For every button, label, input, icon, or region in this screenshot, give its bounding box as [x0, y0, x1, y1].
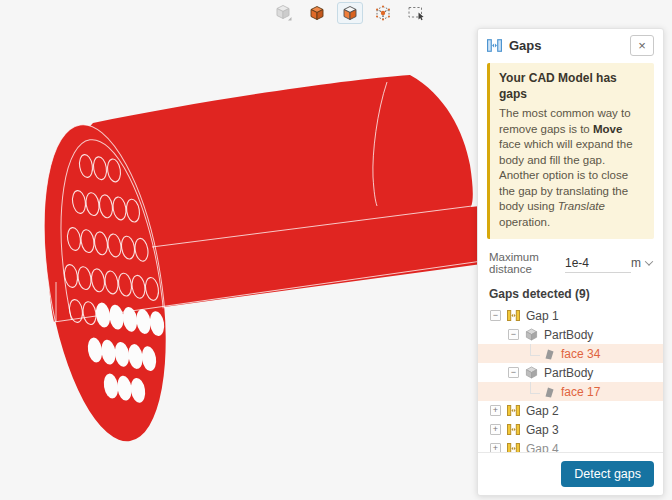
max-distance-label: Maximum distance	[489, 251, 552, 275]
tree-item-label: PartBody	[544, 366, 593, 380]
tree-row-partbody[interactable]: − PartBody	[478, 325, 663, 344]
gaps-tree: − Gap 1− PartBody face 34− PartBody face…	[478, 306, 663, 452]
warning-text-segment: Move	[593, 123, 622, 135]
tree-row-face-17[interactable]: face 17	[478, 382, 663, 401]
expand-icon[interactable]: +	[490, 424, 501, 435]
warning-title: Your CAD Model has gaps	[499, 71, 645, 102]
tree-item-label: face 17	[561, 385, 600, 399]
max-distance-input[interactable]	[565, 254, 631, 273]
warning-box: Your CAD Model has gaps The most common …	[487, 63, 654, 239]
tree-item-label: Gap 2	[526, 404, 559, 418]
expand-icon[interactable]: +	[490, 405, 501, 416]
body-icon	[525, 328, 538, 341]
warning-body: The most common way to remove gaps is to…	[499, 106, 645, 230]
gap-icon	[507, 443, 520, 452]
collapse-icon[interactable]: −	[508, 329, 519, 340]
detect-gaps-button[interactable]: Detect gaps	[561, 461, 654, 487]
tree-connector	[530, 344, 540, 356]
view-toolbar	[271, 2, 429, 24]
chevron-down-icon	[645, 257, 653, 265]
tree-item-label: Gap 1	[526, 309, 559, 323]
tree-row-gap-3[interactable]: + Gap 3	[478, 420, 663, 439]
tree-row-partbody[interactable]: − PartBody	[478, 363, 663, 382]
body-icon	[525, 366, 538, 379]
box-select-icon[interactable]	[403, 2, 429, 24]
expand-icon[interactable]: +	[490, 443, 501, 452]
gaps-panel-header: Gaps ×	[478, 29, 663, 61]
cad-model-group	[25, 75, 489, 450]
tree-row-gap-1[interactable]: − Gap 1	[478, 306, 663, 325]
warning-text-segment: operation.	[499, 216, 550, 228]
panel-footer: Detect gaps	[478, 452, 663, 495]
panel-title: Gaps	[509, 38, 542, 53]
shaded-view-icon[interactable]	[304, 2, 330, 24]
shaded-edges-view-icon[interactable]	[337, 2, 363, 24]
tree-row-gap-2[interactable]: + Gap 2	[478, 401, 663, 420]
gaps-panel: Gaps × Your CAD Model has gaps The most …	[477, 28, 664, 496]
face-icon	[544, 348, 555, 360]
tree-item-label: PartBody	[544, 328, 593, 342]
gap-icon	[507, 310, 520, 321]
face-icon	[544, 386, 555, 398]
view-cube-dropdown-icon[interactable]	[271, 2, 297, 24]
gap-icon	[487, 39, 502, 52]
tree-item-label: Gap 4	[526, 442, 559, 453]
unit-dropdown[interactable]: m	[631, 256, 652, 270]
tree-row-gap-4[interactable]: + Gap 4	[478, 439, 663, 452]
unit-value: m	[631, 256, 641, 270]
gap-icon	[507, 424, 520, 435]
wireframe-view-icon[interactable]	[370, 2, 396, 24]
tree-row-face-34[interactable]: face 34	[478, 344, 663, 363]
warning-text-segment: Translate	[558, 200, 605, 212]
gap-icon	[507, 405, 520, 416]
tree-item-label: Gap 3	[526, 423, 559, 437]
gaps-detected-header: Gaps detected (9)	[489, 287, 652, 301]
tree-item-label: face 34	[561, 347, 600, 361]
close-icon[interactable]: ×	[630, 35, 654, 56]
collapse-icon[interactable]: −	[508, 367, 519, 378]
max-distance-row: Maximum distance m	[489, 251, 652, 275]
tree-connector	[530, 382, 540, 394]
collapse-icon[interactable]: −	[490, 310, 501, 321]
viewport-3d[interactable]: Gaps × Your CAD Model has gaps The most …	[0, 0, 672, 500]
